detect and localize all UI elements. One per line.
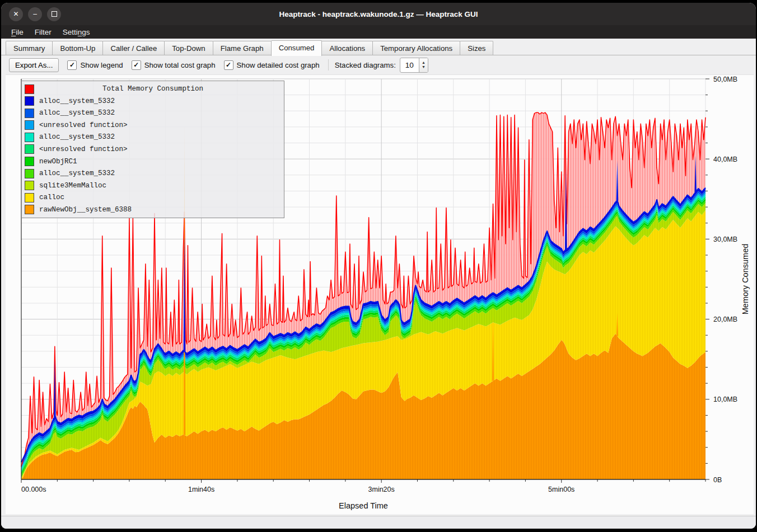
menu-bar: FileFilterSettings (1, 25, 756, 39)
legend-label: <unresolved function> (39, 121, 128, 129)
window-title: Heaptrack - heaptrack.wakunode.1.gz — He… (1, 10, 756, 18)
legend-color-chip (25, 144, 34, 154)
menu-item-settings[interactable]: Settings (57, 27, 96, 37)
tab-consumed[interactable]: Consumed (271, 40, 323, 56)
legend-color-chip (25, 120, 34, 130)
legend-item[interactable]: rawNewObj__system_6388 (22, 204, 284, 215)
legend-color-chip (25, 109, 34, 118)
tab-caller-callee[interactable]: Caller / Callee (102, 41, 165, 55)
checkbox-show-detailed-cost-graph[interactable]: ✓Show detailed cost graph (224, 60, 320, 70)
checkbox-label: Show total cost graph (144, 61, 216, 69)
app-window: ✕ – Heaptrack - heaptrack.wakunode.1.gz … (1, 3, 756, 529)
spin-down-icon[interactable]: ▼ (422, 65, 426, 69)
checkmark-icon: ✓ (67, 60, 77, 70)
legend-color-chip (25, 205, 34, 214)
legend-item[interactable]: <unresolved function> (22, 120, 284, 130)
title-bar: ✕ – Heaptrack - heaptrack.wakunode.1.gz … (1, 3, 756, 25)
tab-flame-graph[interactable]: Flame Graph (213, 41, 272, 55)
svg-text:3min20s: 3min20s (368, 486, 395, 493)
legend-color-chip (25, 133, 34, 142)
status-strip (1, 516, 756, 529)
svg-text:30,0MB: 30,0MB (713, 236, 737, 243)
svg-text:Elapsed Time: Elapsed Time (339, 501, 388, 510)
chart-legend[interactable]: Total Memory Consumptionalloc__system_53… (21, 81, 284, 218)
svg-text:10,0MB: 10,0MB (713, 396, 737, 403)
tab-bottom-up[interactable]: Bottom-Up (52, 41, 103, 55)
menu-item-filter[interactable]: Filter (29, 27, 57, 37)
close-icon: ✕ (13, 11, 18, 17)
legend-item[interactable]: alloc__system_5332 (22, 96, 284, 106)
legend-label: sqlite3MemMalloc (39, 182, 106, 190)
legend-item[interactable]: Total Memory Consumption (22, 84, 284, 95)
svg-text:1min40s: 1min40s (188, 486, 214, 493)
tab-temporary-allocations[interactable]: Temporary Allocations (372, 41, 460, 55)
legend-item[interactable]: newObjRC1 (22, 156, 284, 167)
legend-item[interactable]: calloc (22, 192, 284, 203)
legend-color-chip (25, 193, 34, 203)
legend-item[interactable]: <unresolved function> (22, 144, 284, 154)
svg-text:00.000s: 00.000s (21, 486, 46, 493)
toolbar: Export As... ✓Show legend✓Show total cos… (1, 55, 756, 74)
menu-item-file[interactable]: File (6, 27, 29, 37)
minimize-icon: – (33, 11, 37, 17)
svg-text:50,0MB: 50,0MB (713, 76, 737, 83)
tab-allocations[interactable]: Allocations (321, 41, 373, 55)
export-as-button[interactable]: Export As... (9, 58, 59, 72)
legend-item[interactable]: alloc__system_5332 (22, 132, 284, 143)
spinbox-arrows[interactable]: ▲ ▼ (419, 58, 428, 72)
maximize-button[interactable] (47, 7, 61, 21)
legend-label: Total Memory Consumption (22, 85, 284, 93)
stacked-diagrams-value: 10 (400, 58, 419, 72)
svg-text:40,0MB: 40,0MB (713, 156, 737, 163)
legend-label: rawNewObj__system_6388 (39, 206, 132, 214)
legend-item[interactable]: alloc__system_5332 (22, 168, 284, 179)
svg-text:0B: 0B (713, 476, 722, 484)
stacked-diagrams-spinbox[interactable]: 10 ▲ ▼ (400, 58, 428, 73)
legend-label: alloc__system_5332 (39, 170, 115, 177)
legend-label: calloc (39, 194, 64, 201)
y-axis-title: Memory Consumed (741, 244, 750, 315)
tab-summary[interactable]: Summary (6, 41, 53, 55)
legend-item[interactable]: sqlite3MemMalloc (22, 180, 284, 191)
svg-text:5min00s: 5min00s (548, 486, 574, 493)
tab-sizes[interactable]: Sizes (460, 41, 493, 55)
spin-up-icon[interactable]: ▲ (422, 60, 426, 65)
legend-label: alloc__system_5332 (39, 133, 115, 141)
legend-label: alloc__system_5332 (39, 109, 115, 117)
minimize-button[interactable]: – (28, 7, 42, 21)
legend-color-chip (25, 181, 34, 190)
legend-label: alloc__system_5332 (39, 97, 115, 105)
chart-zone: 00.000s1min40s3min20s5min00s0B10,0MB20,0… (1, 74, 756, 516)
legend-item[interactable]: alloc__system_5332 (22, 108, 284, 119)
legend-color-chip (25, 169, 34, 178)
stacked-diagrams-label: Stacked diagrams: (335, 61, 396, 69)
toolbar-separator (328, 59, 329, 70)
legend-color-chip (25, 157, 34, 166)
stacked-diagrams-group: Stacked diagrams: 10 ▲ ▼ (335, 58, 428, 73)
maximize-icon (52, 11, 57, 17)
checkmark-icon: ✓ (224, 60, 233, 70)
legend-label: newObjRC1 (39, 158, 77, 166)
screen: ✕ – Heaptrack - heaptrack.wakunode.1.gz … (0, 0, 757, 532)
window-controls: ✕ – (1, 7, 61, 21)
consumption-chart[interactable]: 00.000s1min40s3min20s5min00s0B10,0MB20,0… (6, 74, 754, 514)
checkmark-icon: ✓ (132, 60, 141, 70)
tab-bar: SummaryBottom-UpCaller / CalleeTop-DownF… (1, 39, 756, 55)
svg-text:20,0MB: 20,0MB (713, 316, 737, 323)
tab-top-down[interactable]: Top-Down (164, 41, 213, 55)
legend-label: <unresolved function> (39, 145, 128, 153)
checkbox-group: ✓Show legend✓Show total cost graph✓Show … (67, 60, 319, 70)
close-button[interactable]: ✕ (9, 7, 23, 21)
checkbox-label: Show detailed cost graph (237, 61, 320, 69)
checkbox-label: Show legend (80, 61, 123, 69)
checkbox-show-legend[interactable]: ✓Show legend (67, 60, 123, 70)
legend-color-chip (25, 96, 34, 106)
checkbox-show-total-cost-graph[interactable]: ✓Show total cost graph (132, 60, 216, 70)
